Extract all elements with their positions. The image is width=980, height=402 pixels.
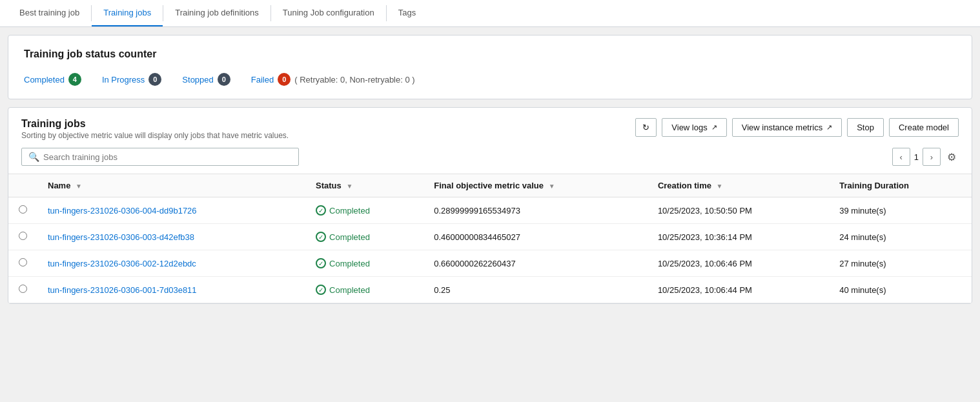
table-row: tun-fingers-231026-0306-002-12d2ebdc ✓ C… bbox=[8, 250, 972, 277]
table-row: tun-fingers-231026-0306-001-7d03e811 ✓ C… bbox=[8, 277, 972, 303]
search-input[interactable] bbox=[43, 152, 292, 162]
stopped-badge: 0 bbox=[218, 73, 230, 86]
status-completed: Completed 4 bbox=[24, 73, 81, 86]
status-stopped: Stopped 0 bbox=[182, 73, 230, 86]
row-status-1: ✓ Completed bbox=[305, 224, 424, 250]
status-counter-row: Completed 4 In Progress 0 Stopped 0 Fail… bbox=[24, 73, 956, 86]
tab-best-training-job[interactable]: Best training job bbox=[8, 0, 91, 26]
row-metric-3: 0.25 bbox=[424, 277, 648, 303]
row-name-1: tun-fingers-231026-0306-003-d42efb38 bbox=[37, 224, 305, 250]
training-jobs-actions: ↻ View logs ↗ View instance metrics ↗ St… bbox=[635, 118, 959, 137]
search-area: 🔍 ‹ 1 › ⚙ bbox=[8, 140, 972, 174]
status-in-progress: In Progress 0 bbox=[102, 73, 161, 86]
row-creation-time-0: 10/25/2023, 10:50:50 PM bbox=[648, 197, 829, 224]
metric-sort-icon: ▼ bbox=[549, 183, 555, 190]
row-duration-0: 39 minute(s) bbox=[829, 197, 972, 224]
training-jobs-section: Training jobs Sorting by objective metri… bbox=[8, 107, 972, 304]
training-jobs-header: Training jobs Sorting by objective metri… bbox=[8, 108, 972, 140]
row-status-2: ✓ Completed bbox=[305, 250, 424, 277]
col-name[interactable]: Name ▼ bbox=[37, 174, 305, 197]
row-name-3: tun-fingers-231026-0306-001-7d03e811 bbox=[37, 277, 305, 303]
view-logs-label: View logs bbox=[671, 123, 707, 132]
row-radio-0[interactable] bbox=[8, 197, 37, 224]
refresh-button[interactable]: ↻ bbox=[635, 118, 657, 137]
row-metric-0: 0.28999999165534973 bbox=[424, 197, 648, 224]
row-duration-1: 24 minute(s) bbox=[829, 224, 972, 250]
radio-input-0[interactable] bbox=[19, 205, 27, 214]
completed-check-1: ✓ bbox=[316, 232, 326, 242]
row-metric-2: 0.6600000262260437 bbox=[424, 250, 648, 277]
tab-training-job-definitions[interactable]: Training job definitions bbox=[163, 0, 271, 26]
row-name-0: tun-fingers-231026-0306-004-dd9b1726 bbox=[37, 197, 305, 224]
settings-button[interactable]: ⚙ bbox=[944, 148, 959, 166]
name-sort-icon: ▼ bbox=[76, 183, 82, 190]
status-text-3: Completed bbox=[329, 285, 370, 295]
view-logs-button[interactable]: View logs ↗ bbox=[662, 118, 726, 137]
status-counter-title: Training job status counter bbox=[24, 48, 956, 60]
row-radio-2[interactable] bbox=[8, 250, 37, 277]
row-creation-time-2: 10/25/2023, 10:06:46 PM bbox=[648, 250, 829, 277]
completed-check-0: ✓ bbox=[316, 205, 326, 216]
row-radio-1[interactable] bbox=[8, 224, 37, 250]
row-status-0: ✓ Completed bbox=[305, 197, 424, 224]
create-model-button[interactable]: Create model bbox=[889, 118, 959, 137]
training-jobs-subtitle: Sorting by objective metric value will d… bbox=[21, 131, 289, 140]
radio-input-1[interactable] bbox=[19, 232, 27, 240]
col-status[interactable]: Status ▼ bbox=[305, 174, 424, 197]
col-duration: Training Duration bbox=[829, 174, 972, 197]
training-jobs-table: Name ▼ Status ▼ Final objective metric v… bbox=[8, 174, 972, 303]
job-name-link-0[interactable]: tun-fingers-231026-0306-004-dd9b1726 bbox=[48, 206, 197, 216]
status-text-1: Completed bbox=[329, 232, 370, 242]
completed-badge: 4 bbox=[68, 73, 81, 86]
radio-input-2[interactable] bbox=[19, 258, 27, 266]
failed-note: ( Retryable: 0, Non-retryable: 0 ) bbox=[294, 75, 414, 85]
training-jobs-header-left: Training jobs Sorting by objective metri… bbox=[21, 118, 289, 140]
training-jobs-title: Training jobs bbox=[21, 118, 289, 130]
status-counter-section: Training job status counter Completed 4 … bbox=[8, 35, 972, 99]
in-progress-badge: 0 bbox=[148, 73, 161, 86]
status-failed: Failed 0 ( Retryable: 0, Non-retryable: … bbox=[251, 73, 415, 86]
pagination: ‹ 1 › ⚙ bbox=[892, 148, 959, 166]
job-name-link-1[interactable]: tun-fingers-231026-0306-003-d42efb38 bbox=[48, 232, 194, 242]
table-header-row: Name ▼ Status ▼ Final objective metric v… bbox=[8, 174, 972, 197]
tabs-bar: Best training job Training jobs Training… bbox=[0, 0, 980, 27]
status-sort-icon: ▼ bbox=[346, 183, 352, 190]
col-metric[interactable]: Final objective metric value ▼ bbox=[424, 174, 648, 197]
next-page-button[interactable]: › bbox=[923, 148, 941, 166]
row-creation-time-3: 10/25/2023, 10:06:44 PM bbox=[648, 277, 829, 303]
tab-training-jobs[interactable]: Training jobs bbox=[92, 0, 163, 26]
table-row: tun-fingers-231026-0306-004-dd9b1726 ✓ C… bbox=[8, 197, 972, 224]
col-select bbox=[8, 174, 37, 197]
completed-link[interactable]: Completed bbox=[24, 75, 65, 85]
tab-tags[interactable]: Tags bbox=[387, 0, 427, 26]
status-text-0: Completed bbox=[329, 206, 370, 216]
search-box[interactable]: 🔍 bbox=[21, 148, 299, 166]
view-instance-metrics-label: View instance metrics bbox=[742, 123, 822, 132]
row-metric-1: 0.46000000834465027 bbox=[424, 224, 648, 250]
row-duration-3: 40 minute(s) bbox=[829, 277, 972, 303]
row-radio-3[interactable] bbox=[8, 277, 37, 303]
tab-tuning-job-configuration[interactable]: Tuning Job configuration bbox=[271, 0, 386, 26]
row-name-2: tun-fingers-231026-0306-002-12d2ebdc bbox=[37, 250, 305, 277]
completed-check-2: ✓ bbox=[316, 258, 326, 268]
job-name-link-3[interactable]: tun-fingers-231026-0306-001-7d03e811 bbox=[48, 285, 197, 295]
failed-link[interactable]: Failed bbox=[251, 75, 274, 85]
view-instance-metrics-button[interactable]: View instance metrics ↗ bbox=[732, 118, 842, 137]
external-link-icon-2: ↗ bbox=[826, 123, 832, 132]
col-creation-time[interactable]: Creation time ▼ bbox=[648, 174, 829, 197]
external-link-icon: ↗ bbox=[711, 123, 717, 132]
stopped-link[interactable]: Stopped bbox=[182, 75, 213, 85]
row-status-3: ✓ Completed bbox=[305, 277, 424, 303]
prev-page-button[interactable]: ‹ bbox=[892, 148, 910, 166]
row-duration-2: 27 minute(s) bbox=[829, 250, 972, 277]
in-progress-link[interactable]: In Progress bbox=[102, 75, 145, 85]
row-creation-time-1: 10/25/2023, 10:36:14 PM bbox=[648, 224, 829, 250]
page-number: 1 bbox=[914, 152, 919, 162]
table-row: tun-fingers-231026-0306-003-d42efb38 ✓ C… bbox=[8, 224, 972, 250]
status-text-2: Completed bbox=[329, 259, 370, 268]
stop-button[interactable]: Stop bbox=[847, 118, 884, 137]
job-name-link-2[interactable]: tun-fingers-231026-0306-002-12d2ebdc bbox=[48, 259, 196, 268]
radio-input-3[interactable] bbox=[19, 285, 27, 293]
search-icon: 🔍 bbox=[28, 152, 39, 162]
completed-check-3: ✓ bbox=[316, 285, 326, 295]
